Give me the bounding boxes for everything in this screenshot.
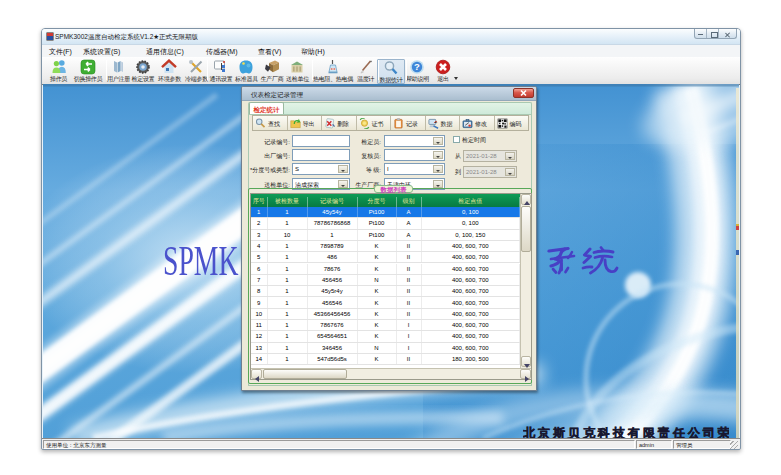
svg-text:?: ?	[415, 61, 421, 72]
